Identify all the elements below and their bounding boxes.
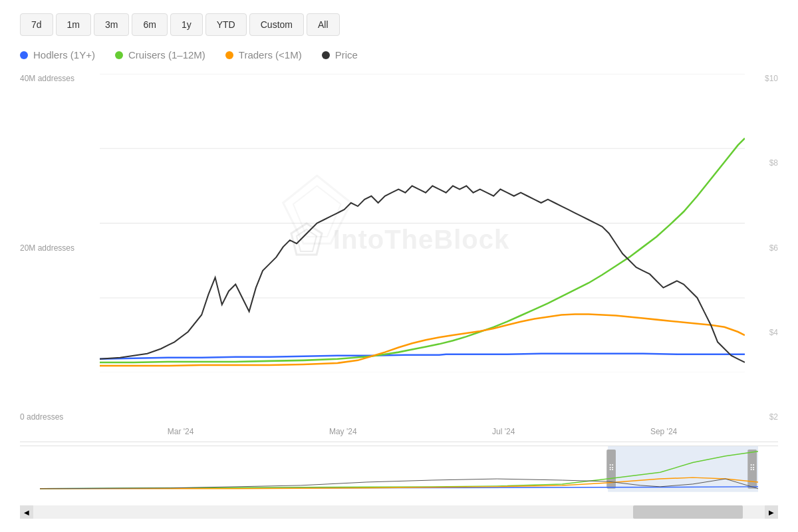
svg-marker-6 <box>293 186 340 237</box>
navigator: ⠿ ⠿ 2020 2022 2024 ◀ <box>20 446 778 519</box>
main-chart: 40M addresses 20M addresses 0 addresses … <box>20 74 778 442</box>
cruisers-line <box>100 138 745 362</box>
hodlers-dot <box>20 51 28 59</box>
y-label-4: $4 <box>765 328 778 337</box>
y-label-40m: 40M addresses <box>20 74 74 83</box>
x-label-sep: Sep '24 <box>650 427 677 436</box>
legend-price[interactable]: Price <box>322 49 358 61</box>
traders-dot <box>225 51 233 59</box>
scrollbar: ◀ ▶ <box>20 505 778 519</box>
cruisers-dot <box>115 51 123 59</box>
btn-3m[interactable]: 3m <box>94 13 129 36</box>
legend-traders[interactable]: Traders (<1M) <box>225 49 302 61</box>
x-label-jul: Jul '24 <box>492 427 515 436</box>
x-axis: Mar '24 May '24 Jul '24 Sep '24 <box>100 422 745 442</box>
btn-all[interactable]: All <box>307 13 340 36</box>
time-range-toolbar: 7d 1m 3m 6m 1y YTD Custom All <box>20 13 778 36</box>
y-label-2: $2 <box>765 412 778 422</box>
btn-1y[interactable]: 1y <box>170 13 203 36</box>
btn-custom[interactable]: Custom <box>249 13 304 36</box>
y-label-10: $10 <box>765 74 778 83</box>
chart-area: 40M addresses 20M addresses 0 addresses … <box>20 74 778 519</box>
price-line <box>100 186 745 362</box>
scroll-left-arrow[interactable]: ◀ <box>20 505 33 519</box>
btn-ytd[interactable]: YTD <box>205 13 247 36</box>
chart-svg <box>100 74 745 372</box>
scroll-right-arrow[interactable]: ▶ <box>765 505 778 519</box>
cruisers-label: Cruisers (1–12M) <box>128 49 205 61</box>
x-label-may: May '24 <box>329 427 357 436</box>
x-label-mar: Mar '24 <box>168 427 194 436</box>
y-axis-left: 40M addresses 20M addresses 0 addresses <box>20 74 74 422</box>
btn-6m[interactable]: 6m <box>132 13 167 36</box>
hodlers-line <box>100 354 745 359</box>
y-label-6: $6 <box>765 243 778 253</box>
hodlers-label: Hodlers (1Y+) <box>33 49 95 61</box>
btn-7d[interactable]: 7d <box>20 13 53 36</box>
y-label-20m: 20M addresses <box>20 243 74 253</box>
traders-label: Traders (<1M) <box>239 49 302 61</box>
y-label-8: $8 <box>765 158 778 168</box>
price-label: Price <box>335 49 358 61</box>
y-axis-right: $10 $8 $6 $4 $2 <box>765 74 778 422</box>
y-label-0: 0 addresses <box>20 412 74 422</box>
svg-text:⠿: ⠿ <box>749 464 755 472</box>
scroll-thumb[interactable] <box>633 505 743 519</box>
price-dot <box>322 51 330 59</box>
main-container: 7d 1m 3m 6m 1y YTD Custom All Hodlers (1… <box>0 0 798 532</box>
scroll-track[interactable] <box>33 505 765 519</box>
navigator-svg: ⠿ ⠿ <box>40 446 758 492</box>
legend-hodlers[interactable]: Hodlers (1Y+) <box>20 49 95 61</box>
btn-1m[interactable]: 1m <box>56 13 91 36</box>
chart-legend: Hodlers (1Y+) Cruisers (1–12M) Traders (… <box>20 49 778 61</box>
legend-cruisers[interactable]: Cruisers (1–12M) <box>115 49 205 61</box>
svg-text:⠿: ⠿ <box>608 464 614 472</box>
